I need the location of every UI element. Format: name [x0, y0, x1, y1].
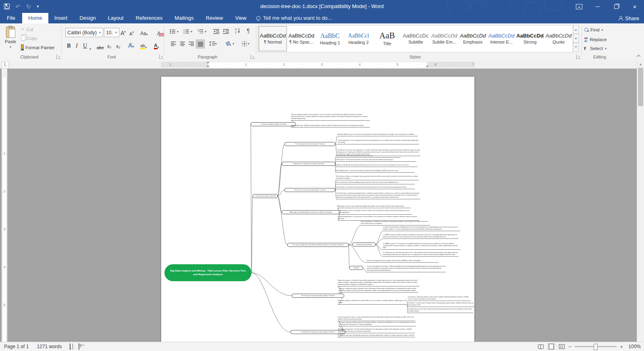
grow-font-button[interactable]: A▴ — [120, 27, 126, 36]
hanging-indent-marker[interactable] — [206, 65, 210, 67]
customize-quick-access-icon[interactable]: ▾ — [37, 4, 39, 8]
tab-references[interactable]: References — [130, 13, 168, 23]
style-item-normal[interactable]: AaBbCcDd¶ Normal — [259, 26, 287, 51]
tab-insert[interactable]: Insert — [48, 13, 74, 23]
cut-button[interactable]: ✂ Cut — [21, 27, 33, 32]
redo-icon[interactable]: ↻ — [26, 4, 31, 10]
strikethrough-button[interactable]: abc — [97, 41, 104, 50]
shading-button[interactable] — [225, 40, 233, 48]
tab-view[interactable]: View — [229, 13, 252, 23]
ribbon-display-options-icon[interactable]: ▴ — [570, 0, 588, 13]
borders-button[interactable] — [240, 40, 248, 48]
style-item-subtle-em[interactable]: AaBbCcDdSubtle Em... — [430, 26, 458, 51]
underline-button[interactable]: U — [83, 40, 87, 49]
word-count[interactable]: 1271 words — [33, 344, 66, 349]
decrease-indent-button[interactable] — [212, 27, 220, 36]
vertical-ruler[interactable]: 123456 — [2, 69, 7, 342]
minimize-button[interactable] — [588, 0, 607, 13]
numbering-caret-icon[interactable]: ▾ — [191, 30, 192, 33]
font-dialog-launcher-icon[interactable]: ↘ — [159, 54, 164, 59]
zoom-out-button[interactable]: − — [569, 344, 572, 349]
subscript-button[interactable]: x2 — [107, 40, 111, 49]
clipboard-dialog-launcher-icon[interactable]: ↘ — [56, 54, 61, 59]
tab-mailings[interactable]: Mailings — [168, 13, 200, 23]
collapse-ribbon-icon[interactable] — [637, 54, 641, 58]
find-button[interactable]: Find ▾ — [584, 27, 603, 32]
styles-scroll-up-icon[interactable]: ▲ — [573, 25, 579, 34]
zoom-level[interactable]: 100% — [626, 344, 641, 349]
vertical-scrollbar[interactable]: ▲ — [637, 61, 644, 342]
style-item-title[interactable]: AaBTitle — [373, 26, 401, 51]
line-spacing-button[interactable] — [208, 40, 216, 48]
bullets-caret-icon[interactable]: ▾ — [177, 30, 179, 33]
shrink-font-button[interactable]: A▾ — [129, 27, 134, 36]
maximize-button[interactable] — [607, 0, 625, 13]
superscript-button[interactable]: x2 — [116, 40, 120, 49]
macro-record[interactable] — [75, 344, 83, 349]
styles-scroll-down-icon[interactable]: ▼ — [573, 34, 579, 43]
right-indent-marker[interactable] — [426, 65, 429, 67]
paragraph-dialog-launcher-icon[interactable]: ↘ — [251, 54, 255, 59]
sort-button[interactable]: AZ — [234, 27, 242, 35]
increase-indent-button[interactable] — [222, 27, 230, 36]
style-item-heading-1[interactable]: AaBbCHeading 1 — [316, 26, 344, 51]
close-button[interactable]: × — [625, 0, 644, 13]
zoom-slider[interactable] — [575, 346, 617, 347]
tab-design[interactable]: Design — [73, 13, 102, 23]
italic-button[interactable]: I — [76, 40, 78, 49]
tab-file[interactable]: File — [0, 13, 22, 23]
tab-review[interactable]: Review — [200, 13, 229, 23]
tab-layout[interactable]: Layout — [102, 13, 130, 23]
horizontal-ruler[interactable]: 11234567········ — [0, 61, 644, 69]
page-count[interactable]: Page 1 of 1 — [0, 344, 33, 349]
first-line-indent-marker[interactable] — [206, 62, 210, 64]
select-button[interactable]: Select ▾ — [584, 46, 607, 51]
text-effects-button[interactable]: A▾ — [128, 40, 134, 48]
font-color-button[interactable]: A▾ — [154, 40, 159, 49]
style-item-heading-2[interactable]: AaBbCclHeading 2 — [345, 26, 373, 51]
bold-button[interactable]: B — [67, 40, 71, 49]
print-layout-button[interactable] — [548, 343, 555, 350]
web-layout-button[interactable] — [558, 343, 565, 350]
scroll-up-icon[interactable]: ▲ — [637, 61, 644, 67]
zoom-in-button[interactable]: + — [620, 344, 623, 349]
read-mode-button[interactable] — [537, 343, 544, 350]
style-item-quote[interactable]: AaBbCcDdQuote — [544, 26, 573, 51]
replace-button[interactable]: abac Replace — [584, 37, 607, 42]
zoom-slider-thumb[interactable] — [594, 344, 598, 350]
change-case-button[interactable]: Aa▾ — [140, 27, 148, 36]
bullets-button[interactable] — [168, 27, 177, 36]
paste-button[interactable]: Paste ▾ — [3, 26, 18, 55]
document-page[interactable]: Big Data Analysis and Mining - Trial Les… — [161, 77, 474, 342]
pilcrow-button[interactable]: ¶ — [244, 27, 252, 35]
shading-caret-icon[interactable]: ▾ — [233, 42, 234, 46]
share-button[interactable]: Share — [619, 13, 639, 23]
align-left-button[interactable] — [169, 40, 177, 48]
multilevel-list-button[interactable] — [196, 27, 204, 36]
numbering-button[interactable]: 123 — [182, 27, 190, 36]
style-item-strong[interactable]: AaBbCcDdStrong — [516, 26, 544, 51]
copy-button[interactable]: Copy — [21, 36, 37, 41]
style-item-no-spac[interactable]: AaBbCcDd¶ No Spac... — [287, 26, 316, 51]
style-item-intense-e[interactable]: AaBbCcDdIntense E... — [487, 26, 515, 51]
font-size-combo[interactable]: 10.5 ▾ — [104, 28, 119, 37]
borders-caret-icon[interactable]: ▾ — [248, 42, 249, 46]
styles-more-icon[interactable]: ⊽ — [573, 43, 579, 52]
align-right-button[interactable] — [187, 40, 195, 48]
underline-caret-icon[interactable]: ▾ — [89, 42, 91, 51]
multilevel-caret-icon[interactable]: ▾ — [205, 30, 206, 33]
tab-selector-button[interactable]: L — [2, 61, 9, 69]
style-item-subtitle[interactable]: AaBbCcDcSubtitle — [402, 26, 430, 51]
scrollbar-thumb[interactable] — [638, 68, 643, 106]
proofing-status[interactable] — [66, 344, 75, 349]
font-name-combo[interactable]: Calibri (Body) ▾ — [65, 28, 103, 37]
highlight-color-button[interactable]: ab▾ — [140, 40, 147, 49]
format-painter-button[interactable]: Format Painter — [21, 44, 55, 50]
line-spacing-caret-icon[interactable]: ▾ — [215, 42, 217, 46]
tab-home[interactable]: Home — [22, 13, 48, 23]
save-icon[interactable] — [4, 4, 10, 9]
undo-icon[interactable]: ↶ — [15, 4, 21, 10]
clear-formatting-button[interactable]: A — [157, 27, 164, 36]
style-item-emphasis[interactable]: AaBbCcDdEmphasis — [459, 26, 487, 51]
align-center-button[interactable] — [178, 40, 186, 48]
